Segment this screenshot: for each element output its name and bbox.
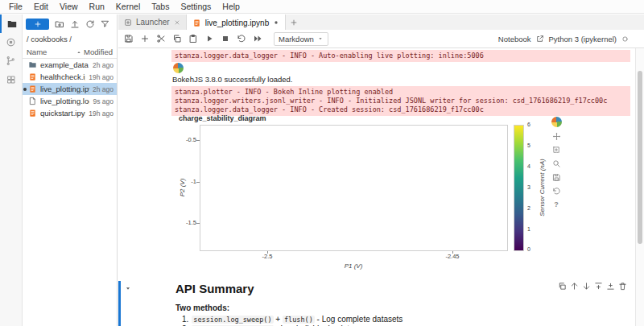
new-launcher-button[interactable] [26, 19, 49, 30]
cell-type-dropdown[interactable]: Markdown [274, 32, 328, 46]
scrollbar-thumb[interactable] [638, 71, 642, 244]
file-name: live_plotting.log [40, 97, 89, 105]
bokeh-figure: charge_stability_diagram -0.5 -1 -1.5 P2… [174, 114, 580, 279]
heatmap-canvas[interactable] [200, 125, 508, 251]
duplicate-cell-icon[interactable] [558, 282, 567, 291]
colorbar-tick: 0 [527, 246, 530, 252]
colorbar-tick: 5 [527, 142, 530, 148]
move-cell-up-icon[interactable] [570, 282, 579, 291]
list-text: - Log complete datasets [315, 315, 403, 324]
file-row[interactable]: example_data 2h ago [23, 59, 117, 71]
cell-toolbar [558, 282, 627, 291]
save-button[interactable] [124, 34, 134, 43]
restart-kernel-button[interactable] [237, 34, 246, 43]
filter-button[interactable] [101, 19, 109, 28]
running-tab[interactable] [0, 33, 22, 52]
menu-tabs[interactable]: Tabs [146, 2, 175, 11]
cell-type-value: Markdown [279, 35, 314, 43]
extensions-tab[interactable] [0, 70, 22, 89]
x-axis-label: P1 (V) [329, 262, 378, 270]
copy-cell-button[interactable] [172, 34, 182, 43]
new-folder-icon [55, 19, 64, 29]
new-tab-button[interactable] [286, 14, 302, 30]
bokeh-logo-icon [173, 63, 184, 73]
close-icon[interactable] [174, 19, 180, 26]
open-file-dot-icon [23, 88, 27, 91]
unsaved-dot-icon[interactable] [273, 19, 279, 26]
plus-icon [34, 20, 42, 28]
kernel-status-icon [621, 35, 629, 43]
file-name: live_plotting.ipynb [40, 85, 89, 93]
chevron-down-icon [317, 35, 324, 42]
move-cell-down-icon[interactable] [582, 282, 591, 291]
cut-cell-button[interactable] [156, 34, 166, 43]
file-row[interactable]: quickstart.ipynb 19h ago [23, 107, 117, 119]
tab-notebook[interactable]: live_plotting.ipynb [187, 14, 287, 31]
save-tool-icon[interactable] [552, 173, 561, 182]
menu-kernel[interactable]: Kernel [110, 2, 146, 11]
new-folder-button[interactable] [55, 19, 64, 29]
kernel-name[interactable]: Python 3 (ipykernel) [549, 35, 617, 43]
file-name: quickstart.ipynb [40, 109, 85, 118]
wheel-zoom-tool-icon[interactable] [552, 159, 561, 168]
file-row[interactable]: live_plotting.log 9s ago [23, 95, 117, 107]
stderr-output: stanza.logger.data_logger - INFO - Auto-… [171, 50, 630, 62]
list-number: 1. [182, 315, 188, 324]
tab-label: live_plotting.ipynb [205, 19, 270, 27]
file-name: healthcheck.ipynb [40, 72, 85, 81]
log-line: stanza.logger.data_logger - INFO - Creat… [175, 105, 627, 114]
file-row[interactable]: healthcheck.ipynb 19h ago [23, 71, 117, 83]
activity-bar [0, 14, 23, 326]
menu-view[interactable]: View [54, 2, 84, 11]
menu-help[interactable]: Help [217, 2, 246, 11]
y-tick-label: -1.5 [174, 219, 196, 226]
upload-icon [70, 19, 80, 29]
reset-tool-icon[interactable] [552, 187, 561, 196]
insert-cell-below-icon[interactable] [606, 282, 615, 291]
folder-icon [6, 19, 18, 30]
scrollbar[interactable] [635, 48, 644, 326]
folder-icon [28, 60, 37, 69]
menu-run[interactable]: Run [84, 2, 110, 11]
column-modified[interactable]: Modified [84, 47, 113, 56]
external-link-icon[interactable] [536, 35, 544, 43]
y-tick-label: -0.5 [174, 136, 196, 143]
menu-settings[interactable]: Settings [175, 2, 217, 11]
inline-code: flush() [283, 316, 315, 324]
notebook-icon [28, 85, 37, 93]
help-tool-icon[interactable]: ? [554, 200, 559, 208]
file-browser: / cookbooks / Name Modified example_data… [23, 14, 118, 326]
box-zoom-tool-icon[interactable] [552, 146, 561, 155]
list-text: + [274, 315, 283, 324]
upload-button[interactable] [70, 19, 80, 29]
tab-bar: Launcher live_plotting.ipynb [118, 14, 644, 31]
insert-cell-above-icon[interactable] [594, 282, 603, 291]
plot-title: charge_stability_diagram [179, 114, 266, 122]
tab-launcher[interactable]: Launcher [118, 14, 187, 30]
run-cell-button[interactable] [204, 34, 214, 43]
colorbar-tick: 3 [527, 184, 530, 190]
running-kernels-icon [6, 37, 16, 47]
restart-run-all-button[interactable] [253, 34, 262, 43]
pan-tool-icon[interactable] [552, 132, 561, 141]
cell-collapser[interactable] [124, 284, 132, 292]
menu-edit[interactable]: Edit [28, 2, 54, 11]
interrupt-kernel-button[interactable] [221, 34, 230, 43]
paste-cell-button[interactable] [188, 34, 198, 43]
refresh-icon [85, 19, 95, 29]
menu-file[interactable]: File [3, 2, 28, 11]
log-line: stanza.logger.writers.jsonl_writer - INF… [175, 97, 627, 105]
delete-cell-icon[interactable] [618, 282, 627, 291]
add-cell-button[interactable] [140, 34, 150, 43]
breadcrumb[interactable]: / cookbooks / [23, 33, 117, 47]
notebook-label: Notebook [498, 35, 531, 43]
file-row-selected[interactable]: live_plotting.ipynb 2h ago [23, 83, 117, 95]
bokeh-logo-icon[interactable] [551, 117, 562, 127]
column-name[interactable]: Name [27, 47, 74, 56]
filter-icon [101, 19, 109, 28]
files-tab[interactable] [0, 14, 22, 33]
log-line: stanza.logger.data_logger - INFO - Auto-… [175, 52, 627, 60]
git-branch-icon [6, 56, 16, 66]
refresh-button[interactable] [85, 19, 95, 29]
git-tab[interactable] [0, 52, 22, 70]
